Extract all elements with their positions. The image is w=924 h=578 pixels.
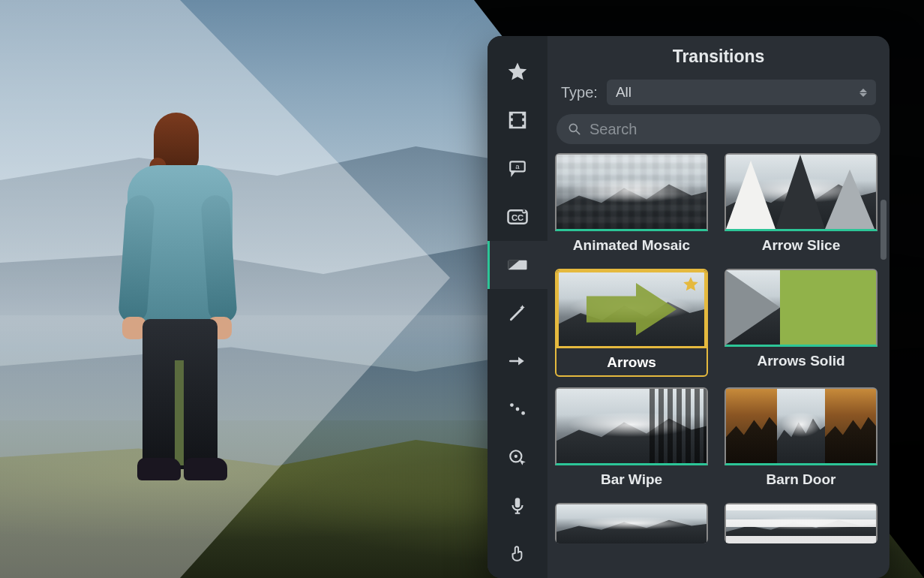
person-figure — [109, 113, 244, 484]
scrollbar-thumb[interactable] — [880, 200, 886, 260]
transition-tile-arrows[interactable]: Arrows — [555, 269, 708, 377]
microphone-icon — [508, 496, 527, 516]
search-box[interactable] — [556, 114, 880, 144]
transition-label: Arrows — [556, 348, 706, 375]
transition-tile-peek[interactable] — [555, 503, 708, 543]
svg-point-10 — [514, 454, 518, 457]
transition-thumb — [556, 270, 706, 348]
type-select[interactable]: All — [607, 80, 876, 105]
transition-thumb — [724, 153, 878, 231]
cursor-fx-icon — [508, 448, 527, 468]
transitions-grid: Animated Mosaic Arrow Slice Arr — [548, 153, 890, 557]
tool-captions[interactable]: CC — [488, 193, 548, 241]
panel-title: Transitions — [548, 36, 890, 77]
panel-content: Transitions Type: All Animated Mosaic — [548, 36, 890, 578]
tool-interactive[interactable] — [488, 530, 548, 578]
wand-icon — [508, 303, 527, 323]
transition-tile-animated-mosaic[interactable]: Animated Mosaic — [555, 153, 708, 258]
motion-arrow-icon — [508, 351, 527, 371]
tool-annotations[interactable]: a — [488, 144, 548, 192]
callout-icon: a — [508, 158, 527, 178]
svg-point-12 — [569, 124, 577, 131]
transition-icon — [506, 254, 529, 276]
transition-label: Arrow Slice — [724, 231, 878, 258]
transition-thumb — [555, 387, 708, 465]
transition-label: Arrows Solid — [724, 347, 878, 374]
tool-audio-fx[interactable] — [488, 385, 548, 433]
star-icon — [506, 61, 529, 83]
hand-tap-icon — [508, 544, 527, 564]
audio-points-icon — [508, 399, 527, 419]
svg-point-7 — [516, 408, 520, 411]
transition-thumb — [724, 387, 878, 465]
transition-tile-barn-door[interactable]: Barn Door — [724, 387, 878, 492]
tool-voice[interactable] — [488, 482, 548, 530]
transition-label: Barn Door — [724, 465, 878, 492]
svg-rect-11 — [515, 498, 520, 507]
tool-behaviors[interactable] — [488, 289, 548, 337]
svg-point-8 — [521, 411, 525, 415]
tool-animations[interactable] — [488, 337, 548, 385]
transition-tile-arrow-slice[interactable]: Arrow Slice — [724, 153, 878, 258]
tool-sidebar: a CC — [488, 36, 548, 578]
transition-thumb — [555, 503, 708, 543]
svg-text:CC: CC — [512, 213, 524, 222]
transition-thumb — [555, 153, 708, 231]
type-select-value: All — [616, 84, 632, 101]
search-row — [548, 114, 890, 153]
search-icon — [567, 122, 582, 137]
tool-favorites[interactable] — [488, 48, 548, 96]
search-input[interactable] — [590, 121, 870, 138]
transition-tile-peek[interactable] — [724, 503, 878, 543]
filmstrip-icon — [506, 109, 529, 131]
transition-tile-arrows-solid[interactable]: Arrows Solid — [724, 269, 878, 377]
transition-thumb — [724, 503, 878, 543]
tool-cursor-fx[interactable] — [488, 434, 548, 482]
tool-transitions[interactable] — [488, 241, 548, 289]
transition-tile-bar-wipe[interactable]: Bar Wipe — [555, 387, 708, 492]
transition-label: Animated Mosaic — [555, 231, 708, 258]
tool-media[interactable] — [488, 96, 548, 144]
favorite-star-icon — [682, 275, 700, 294]
transition-thumb — [724, 269, 878, 347]
type-filter-row: Type: All — [548, 77, 890, 114]
svg-text:a: a — [515, 163, 520, 171]
type-label: Type: — [561, 84, 598, 101]
transitions-grid-wrap: Animated Mosaic Arrow Slice Arr — [548, 153, 890, 578]
stepper-icon — [860, 89, 867, 97]
cc-icon: CC — [506, 206, 529, 228]
transitions-panel: a CC Transitions Type: — [488, 36, 890, 578]
svg-point-6 — [510, 404, 514, 408]
transition-label: Bar Wipe — [555, 465, 708, 492]
